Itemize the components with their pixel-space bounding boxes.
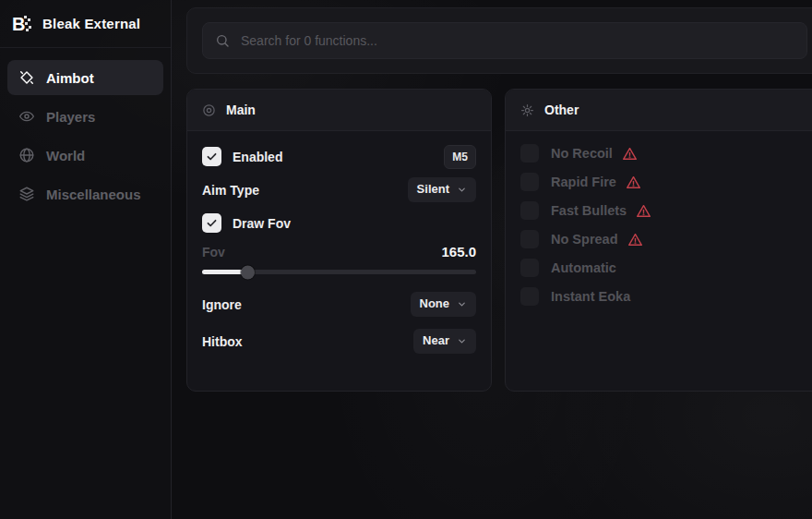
aim-type-select[interactable]: Silent	[408, 177, 476, 201]
row-label: No Spread	[551, 232, 618, 247]
other-row-no-spread: No Spread	[520, 230, 807, 248]
chevron-down-icon	[457, 299, 467, 309]
ignore-select[interactable]: None	[411, 292, 477, 316]
eye-icon	[18, 108, 35, 125]
row-checkbox[interactable]	[520, 230, 539, 248]
search-icon	[215, 33, 230, 48]
sidebar-item-label: Aimbot	[46, 70, 94, 86]
aim-type-row: Aim Type Silent	[202, 177, 476, 202]
warning-icon	[626, 175, 641, 190]
row-checkbox[interactable]	[520, 144, 539, 163]
sidebar-item-label: World	[46, 148, 85, 163]
app-window: B Bleak External Aimbot	[0, 0, 812, 519]
row-checkbox[interactable]	[520, 259, 539, 277]
fov-label: Fov	[202, 245, 225, 260]
row-label: No Recoil	[551, 146, 613, 161]
other-row-fast-bullets: Fast Bullets	[520, 201, 807, 220]
row-label: Automatic	[551, 260, 616, 275]
draw-fov-label: Draw Fov	[233, 216, 291, 231]
content-area: Main Enabled M5 Aim Type	[173, 0, 812, 519]
hitbox-row: Hitbox Near	[202, 329, 476, 354]
row-label: Rapid Fire	[551, 175, 616, 189]
draw-fov-row: Draw Fov	[202, 211, 476, 235]
app-logo-icon: B	[12, 15, 32, 33]
sidebar-item-miscellaneous[interactable]: Miscellaneous	[7, 176, 163, 211]
ignore-value: None	[420, 297, 450, 310]
fov-slider[interactable]	[202, 265, 476, 279]
layers-icon	[18, 186, 35, 202]
chevron-down-icon	[457, 336, 467, 346]
sidebar-item-players[interactable]: Players	[7, 99, 163, 134]
crosshair-icon	[18, 69, 35, 86]
fov-slider-thumb[interactable]	[241, 265, 255, 279]
row-label: Fast Bullets	[551, 203, 627, 218]
hitbox-select[interactable]: Near	[413, 329, 476, 353]
sidebar: B Bleak External Aimbot	[0, 0, 172, 519]
check-icon	[206, 217, 218, 229]
row-checkbox[interactable]	[520, 201, 539, 220]
main-panel-header: Main	[187, 90, 491, 131]
sidebar-item-label: Players	[46, 109, 95, 125]
other-panel-body: No Recoil Rapid Fire	[506, 131, 812, 306]
search-panel	[186, 7, 812, 74]
keybind-badge[interactable]: M5	[444, 145, 476, 169]
globe-icon	[18, 147, 35, 163]
fov-row: Fov 165.0	[202, 244, 476, 260]
enabled-checkbox[interactable]	[202, 147, 221, 166]
fov-slider-track[interactable]	[202, 270, 476, 274]
other-panel: Other No Recoil	[505, 89, 812, 392]
gear-icon	[520, 103, 534, 117]
sidebar-item-aimbot[interactable]: Aimbot	[7, 60, 163, 95]
sidebar-item-label: Miscellaneous	[46, 187, 141, 202]
main-panel: Main Enabled M5 Aim Type	[186, 89, 492, 392]
other-panel-title: Other	[544, 103, 579, 117]
other-row-rapid-fire: Rapid Fire	[520, 173, 807, 191]
row-checkbox[interactable]	[520, 287, 539, 306]
ignore-label: Ignore	[202, 297, 242, 312]
check-icon	[206, 151, 218, 163]
other-row-no-recoil: No Recoil	[520, 144, 807, 163]
sidebar-nav: Aimbot Players	[0, 48, 171, 223]
sidebar-header: B Bleak External	[0, 0, 171, 48]
warning-icon	[627, 232, 643, 247]
search-input[interactable]	[241, 33, 794, 48]
warning-icon	[622, 146, 638, 162]
enabled-label: Enabled	[233, 150, 282, 164]
hitbox-value: Near	[423, 334, 449, 347]
ignore-row: Ignore None	[202, 292, 476, 317]
row-label: Instant Eoka	[551, 289, 630, 304]
sidebar-item-world[interactable]: World	[7, 138, 163, 173]
other-row-instant-eoka: Instant Eoka	[520, 287, 807, 306]
chevron-down-icon	[457, 185, 467, 195]
fov-value: 165.0	[441, 244, 476, 260]
aim-type-label: Aim Type	[202, 183, 259, 198]
aim-type-value: Silent	[417, 183, 449, 196]
target-icon	[202, 103, 216, 117]
search-box	[202, 22, 807, 59]
other-panel-header: Other	[506, 90, 812, 131]
main-panel-title: Main	[226, 103, 256, 117]
hitbox-label: Hitbox	[202, 334, 243, 349]
main-panel-body: Enabled M5 Aim Type Silent	[187, 131, 491, 354]
enabled-row: Enabled M5	[202, 144, 476, 169]
warning-icon	[636, 203, 651, 219]
draw-fov-checkbox[interactable]	[202, 213, 221, 233]
other-row-automatic: Automatic	[520, 259, 807, 277]
row-checkbox[interactable]	[520, 173, 539, 191]
app-title: Bleak External	[42, 16, 140, 31]
fov-slider-fill	[202, 270, 248, 274]
